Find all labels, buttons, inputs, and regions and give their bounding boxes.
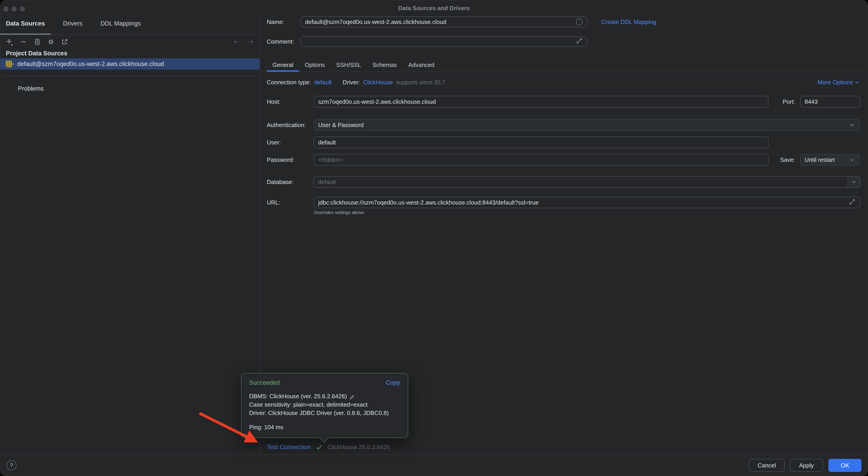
url-note: Overrides settings above bbox=[314, 210, 860, 215]
settings-tab-bar: General Options SSH/SSL Schemas Advanced bbox=[260, 59, 868, 72]
tab-ssh-ssl[interactable]: SSH/SSL bbox=[331, 59, 367, 71]
settings-gear-icon[interactable] bbox=[47, 38, 55, 46]
edit-pencil-icon[interactable] bbox=[349, 393, 355, 400]
name-row: Name: default@szm7oqed0o.us-west-2.aws.c… bbox=[267, 16, 860, 27]
save-select[interactable]: Until restart bbox=[800, 154, 860, 166]
user-input[interactable]: default bbox=[314, 137, 769, 148]
duplicate-icon[interactable] bbox=[33, 38, 41, 46]
chevron-down-icon bbox=[854, 79, 860, 85]
database-row: Database: default bbox=[267, 176, 860, 188]
chevron-down-icon bbox=[849, 157, 856, 163]
comment-row: Comment: bbox=[267, 36, 860, 47]
connection-type-row: Connection type: default Driver: ClickHo… bbox=[267, 78, 860, 86]
tab-drivers[interactable]: Drivers bbox=[58, 13, 88, 34]
main-area: Data Sources Drivers DDL Mappings bbox=[0, 13, 868, 454]
driver-note: supports since 20.7 bbox=[396, 79, 445, 86]
copy-link[interactable]: Copy bbox=[386, 379, 400, 386]
open-in-new-icon[interactable] bbox=[61, 38, 68, 46]
window-controls bbox=[3, 6, 25, 11]
url-row: URL: jdbc:clickhouse://szm7oqed0o.us-wes… bbox=[267, 197, 860, 208]
left-toolbar bbox=[0, 35, 259, 49]
left-tab-bar: Data Sources Drivers DDL Mappings bbox=[0, 13, 259, 35]
clickhouse-icon bbox=[6, 61, 13, 67]
case-sensitivity-line: Case sensitivity: plain=exact, delimited… bbox=[249, 401, 368, 409]
connection-type-value-link[interactable]: default bbox=[314, 79, 332, 86]
maximize-window-button[interactable] bbox=[20, 6, 25, 11]
create-ddl-mapping-link[interactable]: Create DDL Mapping bbox=[601, 19, 656, 26]
database-dropdown-button[interactable] bbox=[847, 176, 860, 188]
project-data-sources-header: Project Data Sources bbox=[6, 50, 259, 57]
name-progress-ring-icon bbox=[576, 19, 583, 25]
save-label: Save: bbox=[769, 157, 800, 163]
password-row: Password: <hidden> Save: Until restart bbox=[267, 154, 860, 166]
host-label: Host: bbox=[267, 98, 314, 105]
chevron-down-icon bbox=[849, 122, 856, 128]
expand-comment-icon[interactable] bbox=[576, 37, 583, 46]
connection-type-label: Connection type: bbox=[267, 79, 311, 86]
port-label: Port: bbox=[769, 98, 800, 105]
back-icon[interactable] bbox=[232, 38, 240, 46]
tab-options[interactable]: Options bbox=[299, 59, 331, 71]
cancel-button[interactable]: Cancel bbox=[749, 459, 784, 472]
window-title: Data Sources and Drivers bbox=[0, 5, 868, 12]
forward-icon[interactable] bbox=[246, 38, 254, 46]
add-icon[interactable] bbox=[6, 38, 13, 46]
apply-button[interactable]: Apply bbox=[790, 459, 823, 472]
driver-value-link[interactable]: ClickHouse bbox=[363, 79, 393, 86]
expand-url-icon[interactable] bbox=[849, 199, 856, 207]
test-connection-row: Test Connection ClickHouse 25.6.2.6426 bbox=[267, 441, 390, 453]
user-label: User: bbox=[267, 139, 314, 146]
tab-advanced[interactable]: Advanced bbox=[403, 59, 440, 71]
database-label: Database: bbox=[267, 178, 314, 185]
password-input[interactable]: <hidden> bbox=[314, 154, 769, 166]
problems-node[interactable]: Problems bbox=[0, 84, 259, 93]
url-label: URL: bbox=[267, 199, 314, 206]
name-input[interactable]: default@szm7oqed0o.us-west-2.aws.clickho… bbox=[301, 16, 587, 27]
minimize-window-button[interactable] bbox=[11, 6, 17, 11]
tab-ddl-mappings[interactable]: DDL Mappings bbox=[95, 13, 146, 34]
password-label: Password: bbox=[267, 157, 314, 163]
chevron-down-icon bbox=[850, 179, 857, 185]
remove-icon[interactable] bbox=[20, 38, 27, 46]
data-sources-dialog: Data Sources and Drivers Data Sources Dr… bbox=[0, 0, 868, 476]
help-button[interactable]: ? bbox=[6, 461, 17, 470]
more-options-link[interactable]: More Options bbox=[817, 79, 860, 86]
test-connection-link[interactable]: Test Connection bbox=[267, 444, 311, 451]
title-bar: Data Sources and Drivers bbox=[0, 0, 868, 13]
tab-data-sources[interactable]: Data Sources bbox=[0, 13, 51, 34]
dbms-line: DBMS: ClickHouse (ver. 25.6.2.6426) bbox=[249, 392, 347, 401]
comment-label: Comment: bbox=[267, 38, 301, 45]
data-source-name: default@szm7oqed0o.us-west-2.aws.clickho… bbox=[17, 61, 164, 68]
comment-input[interactable] bbox=[301, 36, 587, 47]
close-window-button[interactable] bbox=[3, 6, 9, 11]
tab-general[interactable]: General bbox=[267, 59, 299, 71]
left-panel: Data Sources Drivers DDL Mappings bbox=[0, 13, 260, 454]
status-succeeded: Succeeded bbox=[249, 379, 280, 386]
ping-line: Ping: 104 ms bbox=[249, 423, 400, 432]
authentication-label: Authentication: bbox=[267, 122, 314, 129]
driver-line: Driver: ClickHouse JDBC Driver (ver. 0.8… bbox=[249, 409, 389, 417]
host-row: Host: szm7oqed0o.us-west-2.aws.clickhous… bbox=[267, 96, 860, 108]
driver-label: Driver: bbox=[343, 79, 360, 86]
authentication-select[interactable]: User & Password bbox=[314, 119, 860, 131]
user-row: User: default bbox=[267, 137, 860, 148]
authentication-row: Authentication: User & Password bbox=[267, 119, 860, 131]
data-source-list-item-selected[interactable]: default@szm7oqed0o.us-west-2.aws.clickho… bbox=[0, 58, 259, 70]
port-input[interactable]: 8443 bbox=[800, 96, 860, 108]
connection-version-text: ClickHouse 25.6.2.6426 bbox=[328, 444, 390, 451]
url-input[interactable]: jdbc:clickhouse://szm7oqed0o.us-west-2.a… bbox=[314, 197, 860, 208]
database-combobox[interactable]: default bbox=[314, 176, 860, 188]
ok-button[interactable]: OK bbox=[828, 459, 862, 472]
test-connection-result-popup: Succeeded Copy DBMS: ClickHouse (ver. 25… bbox=[241, 373, 408, 438]
name-label: Name: bbox=[267, 19, 301, 26]
success-check-icon bbox=[315, 443, 323, 451]
dialog-footer: ? Cancel Apply OK bbox=[0, 454, 868, 476]
tab-schemas[interactable]: Schemas bbox=[367, 59, 403, 71]
host-input[interactable]: szm7oqed0o.us-west-2.aws.clickhouse.clou… bbox=[314, 96, 769, 108]
tree-divider bbox=[3, 75, 256, 76]
